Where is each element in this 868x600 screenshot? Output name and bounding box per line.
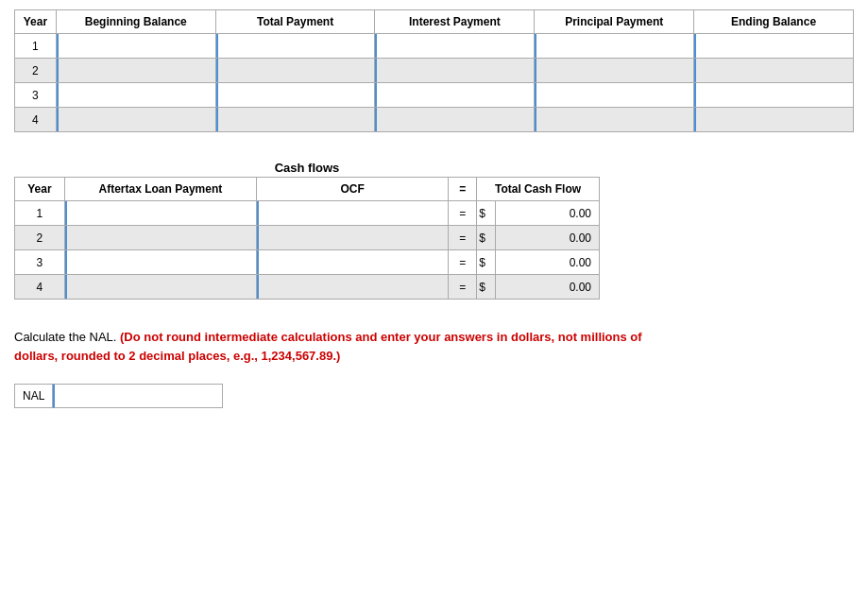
cash-flows-section: Cash flows Year Aftertax Loan Payment OC… xyxy=(14,161,600,300)
cf-cell-aftertax-row4[interactable] xyxy=(64,275,256,300)
top-cell-beginning-balance-row4[interactable] xyxy=(56,108,215,132)
cf-col-total: Total Cash Flow xyxy=(477,178,600,201)
nal-row: NAL xyxy=(14,384,854,408)
cf-row-year-3: 3 xyxy=(15,250,65,275)
top-input-ending-balance-row4[interactable] xyxy=(694,108,853,131)
cf-row-year-4: 4 xyxy=(15,275,65,300)
instruction-normal: Calculate the NAL. xyxy=(14,330,116,344)
top-row-year-1: 1 xyxy=(15,34,57,59)
cf-cell-ocf-row1[interactable] xyxy=(256,201,448,226)
top-input-interest-payment-row3[interactable] xyxy=(375,83,534,107)
top-input-total-payment-row1[interactable] xyxy=(216,34,375,58)
cf-cell-aftertax-row2[interactable] xyxy=(64,226,256,250)
top-input-total-payment-row4[interactable] xyxy=(216,108,375,131)
cf-input-aftertax-row1[interactable] xyxy=(65,201,256,225)
cf-dollar-row4: $ xyxy=(477,275,496,300)
top-cell-principal-payment-row3[interactable] xyxy=(535,83,694,108)
top-cell-principal-payment-row2[interactable] xyxy=(535,59,694,83)
cf-col-equals-header: = xyxy=(449,178,477,201)
col-header-principal-payment: Principal Payment xyxy=(535,10,694,34)
top-input-ending-balance-row2[interactable] xyxy=(694,59,853,82)
cf-value-row1: 0.00 xyxy=(496,201,600,226)
top-input-beginning-balance-row2[interactable] xyxy=(57,59,215,82)
top-cell-ending-balance-row3[interactable] xyxy=(694,83,854,108)
cf-equals-row3: = xyxy=(449,250,477,275)
top-cell-interest-payment-row4[interactable] xyxy=(375,108,535,132)
top-cell-principal-payment-row4[interactable] xyxy=(535,108,694,132)
top-input-principal-payment-row1[interactable] xyxy=(535,34,693,58)
cf-row-year-1: 1 xyxy=(15,201,65,226)
cf-input-aftertax-row2[interactable] xyxy=(65,226,256,249)
top-cell-beginning-balance-row1[interactable] xyxy=(56,34,215,59)
top-input-principal-payment-row3[interactable] xyxy=(535,83,693,107)
cf-cell-ocf-row4[interactable] xyxy=(256,275,448,300)
top-input-beginning-balance-row4[interactable] xyxy=(57,108,215,131)
cf-input-aftertax-row3[interactable] xyxy=(65,250,256,274)
top-input-beginning-balance-row1[interactable] xyxy=(57,34,215,58)
top-cell-total-payment-row1[interactable] xyxy=(215,34,375,59)
col-header-ending-balance: Ending Balance xyxy=(694,10,854,34)
top-cell-total-payment-row3[interactable] xyxy=(215,83,375,108)
nal-input-wrapper[interactable] xyxy=(53,384,223,408)
top-input-total-payment-row3[interactable] xyxy=(216,83,375,107)
top-input-ending-balance-row1[interactable] xyxy=(694,34,853,58)
col-header-interest-payment: Interest Payment xyxy=(375,10,535,34)
nal-input[interactable] xyxy=(55,385,222,407)
top-cell-interest-payment-row2[interactable] xyxy=(375,59,535,83)
top-table-section: Year Beginning Balance Total Payment Int… xyxy=(14,9,854,132)
top-input-interest-payment-row4[interactable] xyxy=(375,108,534,131)
cf-cell-ocf-row3[interactable] xyxy=(256,250,448,275)
top-row-year-4: 4 xyxy=(15,108,57,132)
top-input-principal-payment-row4[interactable] xyxy=(535,108,693,131)
instruction-text: Calculate the NAL. (Do not round interme… xyxy=(14,328,656,365)
cf-value-row2: 0.00 xyxy=(496,226,600,250)
top-input-ending-balance-row3[interactable] xyxy=(694,83,853,107)
cf-dollar-row3: $ xyxy=(477,250,496,275)
cf-cell-aftertax-row1[interactable] xyxy=(64,201,256,226)
top-cell-ending-balance-row1[interactable] xyxy=(694,34,854,59)
cf-input-ocf-row2[interactable] xyxy=(257,226,448,249)
top-cell-total-payment-row2[interactable] xyxy=(215,59,375,83)
top-cell-beginning-balance-row2[interactable] xyxy=(56,59,215,83)
cf-equals-row1: = xyxy=(449,201,477,226)
top-input-beginning-balance-row3[interactable] xyxy=(57,83,215,107)
col-header-beginning-balance: Beginning Balance xyxy=(56,10,215,34)
top-input-principal-payment-row2[interactable] xyxy=(535,59,693,82)
top-cell-beginning-balance-row3[interactable] xyxy=(56,83,215,108)
top-cell-total-payment-row4[interactable] xyxy=(215,108,375,132)
cf-col-ocf: OCF xyxy=(256,178,448,201)
cf-cell-ocf-row2[interactable] xyxy=(256,226,448,250)
top-cell-ending-balance-row4[interactable] xyxy=(694,108,854,132)
cf-input-aftertax-row4[interactable] xyxy=(65,275,256,299)
top-row-year-3: 3 xyxy=(15,83,57,108)
cf-input-ocf-row4[interactable] xyxy=(257,275,448,299)
cf-input-ocf-row3[interactable] xyxy=(257,250,448,274)
cash-flows-title: Cash flows xyxy=(14,161,600,175)
amortization-table: Year Beginning Balance Total Payment Int… xyxy=(14,9,854,132)
cf-input-ocf-row1[interactable] xyxy=(257,201,448,225)
top-input-interest-payment-row2[interactable] xyxy=(375,59,534,82)
cf-value-row4: 0.00 xyxy=(496,275,600,300)
top-input-interest-payment-row1[interactable] xyxy=(375,34,534,58)
cf-dollar-row1: $ xyxy=(477,201,496,226)
cf-dollar-row2: $ xyxy=(477,226,496,250)
top-row-year-2: 2 xyxy=(15,59,57,83)
cf-col-year: Year xyxy=(15,178,65,201)
cf-value-row3: 0.00 xyxy=(496,250,600,275)
cf-row-year-2: 2 xyxy=(15,226,65,250)
nal-label: NAL xyxy=(14,384,53,408)
col-header-total-payment: Total Payment xyxy=(215,10,375,34)
cf-col-aftertax: Aftertax Loan Payment xyxy=(64,178,256,201)
cf-equals-row4: = xyxy=(449,275,477,300)
cf-cell-aftertax-row3[interactable] xyxy=(64,250,256,275)
top-cell-ending-balance-row2[interactable] xyxy=(694,59,854,83)
cash-flows-table: Year Aftertax Loan Payment OCF = Total C… xyxy=(14,177,600,300)
top-input-total-payment-row2[interactable] xyxy=(216,59,375,82)
col-header-year: Year xyxy=(15,10,57,34)
top-cell-principal-payment-row1[interactable] xyxy=(535,34,694,59)
cf-equals-row2: = xyxy=(449,226,477,250)
top-cell-interest-payment-row1[interactable] xyxy=(375,34,535,59)
top-cell-interest-payment-row3[interactable] xyxy=(375,83,535,108)
